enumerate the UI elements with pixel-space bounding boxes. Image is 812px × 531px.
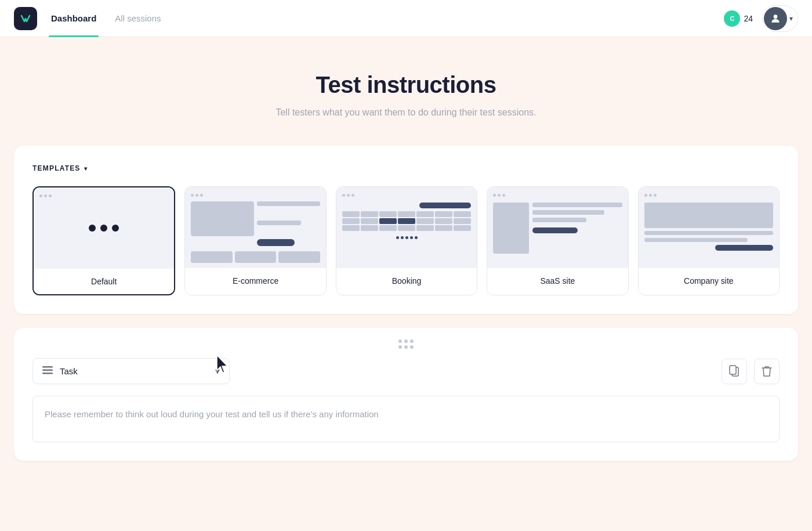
nav-dashboard[interactable]: Dashboard [49, 0, 99, 37]
credits-badge[interactable]: C 24 [724, 10, 753, 27]
svg-rect-1 [42, 366, 53, 368]
templates-grid: Default [32, 186, 780, 295]
template-booking-preview [336, 187, 477, 268]
copy-button[interactable] [722, 359, 747, 384]
task-type-selector[interactable]: Task ▾ [32, 358, 230, 384]
templates-card: TEMPLATES ▾ Defaul [14, 146, 798, 314]
template-default-label: Default [34, 269, 174, 294]
template-saas-label: SaaS site [487, 268, 628, 294]
svg-point-0 [774, 15, 778, 19]
app-logo[interactable] [14, 7, 37, 30]
task-placeholder-text: Please remember to think out loud during… [45, 408, 767, 421]
user-avatar-menu[interactable]: ▾ [762, 5, 798, 32]
delete-button[interactable] [754, 359, 780, 384]
svg-rect-2 [42, 369, 53, 371]
copy-icon [728, 365, 740, 378]
template-ecommerce-label: E-commerce [185, 268, 325, 294]
header-right: C 24 ▾ [724, 5, 798, 32]
template-booking[interactable]: Booking [336, 186, 477, 295]
template-saas[interactable]: SaaS site [487, 186, 628, 295]
hamburger-icon [42, 366, 53, 377]
avatar [764, 7, 787, 30]
nav-all-sessions[interactable]: All sessions [113, 0, 163, 37]
header: Dashboard All sessions C 24 ▾ [0, 0, 812, 37]
template-company[interactable]: Company site [638, 186, 780, 295]
main-nav: Dashboard All sessions [49, 0, 177, 37]
credits-count: 24 [744, 14, 753, 23]
template-company-label: Company site [639, 268, 779, 294]
main-content: Test instructions Tell testers what you … [0, 37, 812, 484]
template-ecommerce-preview [185, 187, 325, 268]
svg-rect-5 [730, 366, 736, 374]
page-title: Test instructions [14, 72, 798, 98]
chevron-down-icon: ▾ [789, 15, 793, 23]
svg-rect-3 [42, 373, 53, 374]
chevron-down-icon: ▾ [84, 165, 88, 172]
template-default-preview [34, 187, 174, 269]
credits-icon: C [724, 10, 740, 27]
page-subtitle: Tell testers what you want them to do du… [14, 107, 798, 118]
task-type-label: Task [60, 366, 208, 376]
task-text-area[interactable]: Please remember to think out loud during… [32, 396, 780, 442]
chevron-down-icon: ▾ [215, 366, 220, 377]
trash-icon [762, 366, 772, 377]
task-card: Task ▾ Please remember to think out [14, 328, 798, 461]
task-selector-row: Task ▾ [32, 358, 780, 384]
template-saas-preview [487, 187, 628, 268]
templates-section-label[interactable]: TEMPLATES ▾ [32, 164, 780, 172]
template-booking-label: Booking [336, 268, 477, 294]
template-default[interactable]: Default [32, 186, 175, 295]
template-ecommerce[interactable]: E-commerce [184, 186, 326, 295]
template-company-preview [639, 187, 779, 268]
drag-handle[interactable] [32, 339, 780, 349]
task-actions [722, 359, 780, 384]
